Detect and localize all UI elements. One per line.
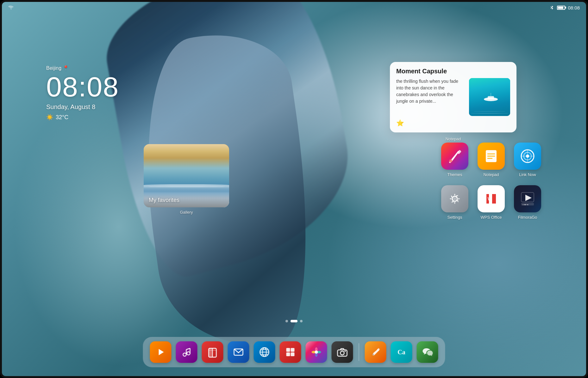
clock-display: 08:08: [46, 73, 119, 101]
dock-app-music[interactable]: [176, 341, 197, 363]
dock-main-apps: [150, 341, 353, 363]
gallery-widget[interactable]: My favorites Gallery: [144, 144, 229, 215]
bluetooth-icon: [549, 5, 554, 10]
status-time: 08:08: [568, 5, 580, 10]
widget-title: Moment Capsule: [396, 68, 510, 75]
status-bar: 08:08: [2, 2, 586, 13]
svg-rect-3: [488, 96, 494, 99]
pencil-icon: [370, 346, 381, 358]
svg-line-27: [186, 348, 190, 350]
brush-icon: [447, 148, 463, 164]
wechat-icon: [422, 346, 433, 358]
canva-text: Ca: [397, 349, 405, 356]
svg-text:● ■ ▶ ◀: ● ■ ▶ ◀: [522, 204, 528, 205]
browser-icon: [259, 346, 270, 358]
filmora-app-icon: ● ■ ▶ ◀: [520, 191, 535, 207]
settings-label: Settings: [447, 215, 462, 220]
svg-point-17: [453, 197, 456, 200]
location-label: Beijing 📍: [46, 65, 119, 71]
settings-icon: [441, 185, 468, 212]
svg-rect-38: [286, 352, 290, 356]
location-pin-icon: 📍: [63, 65, 69, 71]
app-filmora[interactable]: ● ■ ▶ ◀ FilmoraGo: [510, 185, 545, 226]
svg-rect-37: [291, 348, 295, 352]
weather-icon: ☀️: [46, 114, 53, 121]
svg-point-47: [345, 351, 346, 352]
petals-icon: [311, 346, 322, 358]
boat-svg: [481, 91, 500, 104]
app-linknow[interactable]: Link Now: [510, 143, 545, 184]
linknow-icon: [514, 143, 541, 170]
page-dot-1[interactable]: [285, 320, 288, 322]
svg-point-6: [449, 159, 452, 162]
temperature-label: 32°C: [56, 114, 68, 121]
dock-app-email[interactable]: [228, 341, 249, 363]
svg-marker-22: [159, 349, 164, 355]
app-notepad[interactable]: Notepad: [474, 143, 509, 184]
wps-icon: W: [478, 185, 505, 212]
memos-icon: [285, 346, 296, 358]
app-grid: Themes Notepad: [437, 143, 545, 226]
gear-icon: [447, 191, 463, 207]
wps-app-icon: W: [483, 191, 499, 207]
notepad-app-label: Notepad: [483, 172, 499, 177]
wps-label: WPS Office: [481, 215, 502, 220]
dock-app-video[interactable]: [150, 341, 172, 363]
dock-app-notes[interactable]: [365, 341, 386, 363]
page-dot-3[interactable]: [300, 320, 303, 322]
dock-app-browser[interactable]: [254, 341, 275, 363]
play-icon: [155, 346, 166, 358]
dock: Ca: [143, 337, 445, 367]
gallery-label: Gallery: [144, 210, 229, 215]
app-settings[interactable]: Settings: [437, 185, 472, 226]
status-left: [8, 5, 14, 10]
filmora-icon: ● ■ ▶ ◀: [514, 185, 541, 212]
themes-icon: [441, 143, 468, 170]
page-dot-2[interactable]: [291, 320, 297, 322]
dock-app-wechat[interactable]: [417, 341, 438, 363]
app-wps[interactable]: W WPS Office: [474, 185, 509, 226]
battery-indicator: [557, 6, 565, 10]
gallery-title: My favorites: [149, 197, 224, 204]
clock-date: Sunday, August 8: [46, 103, 119, 111]
themes-label: Themes: [447, 172, 462, 177]
clock-area: Beijing 📍 08:08 Sunday, August 8 ☀️ 32°C: [46, 65, 119, 121]
svg-point-44: [315, 351, 318, 354]
svg-point-23: [183, 353, 186, 356]
camera-icon: [337, 346, 348, 358]
dock-app-camera[interactable]: [332, 341, 353, 363]
gallery-overlay: My favorites: [144, 193, 229, 207]
svg-point-46: [341, 351, 344, 355]
dock-app-petals[interactable]: [306, 341, 327, 363]
gallery-frame: My favorites: [144, 144, 229, 207]
app-themes[interactable]: Themes: [437, 143, 472, 184]
dock-app-books[interactable]: [202, 341, 223, 363]
page-dots: [285, 320, 303, 322]
svg-line-1: [551, 8, 552, 9]
svg-text:W: W: [488, 196, 492, 201]
music-icon: [181, 346, 192, 358]
widget-body: the thrilling flush when you fade into t…: [396, 78, 510, 116]
dock-app-canva[interactable]: Ca: [391, 341, 412, 363]
battery-icon: [557, 6, 565, 10]
dock-app-memos[interactable]: [280, 341, 301, 363]
linknow-label: Link Now: [519, 172, 536, 177]
dock-secondary-apps: Ca: [365, 341, 438, 363]
battery-fill: [558, 7, 563, 9]
notepad-widget-label: Notepad: [445, 137, 461, 141]
notepad-widget[interactable]: Moment Capsule the thrilling flush when …: [390, 62, 516, 132]
svg-rect-29: [209, 348, 213, 357]
email-icon: [233, 346, 244, 358]
notepad-icon: [478, 143, 505, 170]
dock-divider: [359, 343, 359, 361]
notepad-app-icon: [483, 148, 499, 164]
status-right: 08:08: [549, 5, 580, 10]
svg-rect-36: [286, 348, 290, 352]
svg-rect-39: [291, 352, 295, 356]
weather-display: ☀️ 32°C: [46, 114, 119, 121]
widget-star: ⭐: [396, 119, 510, 127]
filmora-label: FilmoraGo: [518, 215, 537, 220]
widget-image: [469, 78, 510, 116]
svg-point-24: [187, 352, 190, 355]
widget-text-content: the thrilling flush when you fade into t…: [396, 78, 465, 116]
